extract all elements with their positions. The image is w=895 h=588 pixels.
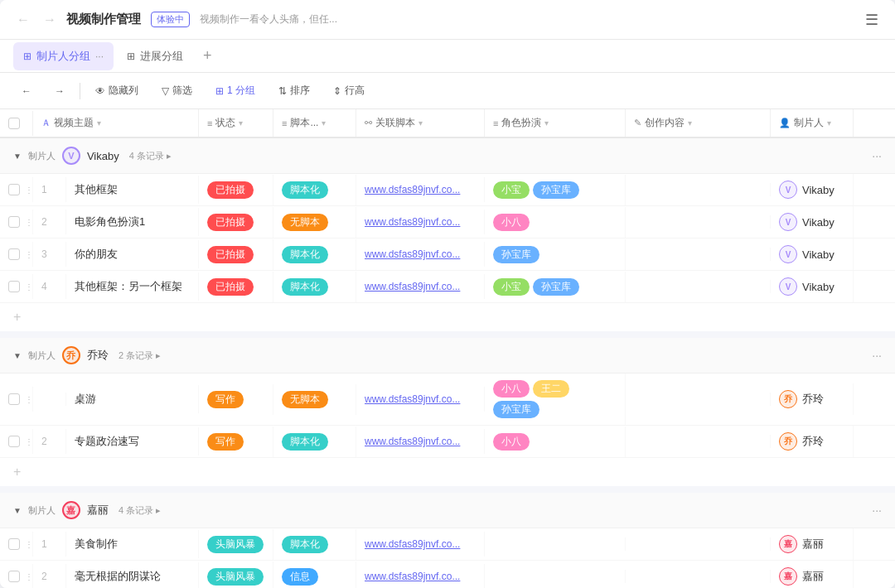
row-status[interactable]: 写作 [199, 427, 273, 457]
row-title[interactable]: 你的朋友 [66, 240, 199, 268]
filter-button[interactable]: ▽ 筛选 [153, 80, 201, 101]
row-title[interactable]: 其他框架 [66, 176, 199, 204]
status-badge[interactable]: 写作 [207, 433, 244, 451]
row-content[interactable] [626, 570, 771, 583]
row-script[interactable]: 脚本化 [273, 529, 356, 560]
th-creator-sort[interactable]: ▾ [827, 118, 831, 128]
row-link[interactable]: www.dsfas89jnvf.co... [356, 242, 485, 267]
group-add-vikaby[interactable]: ··· [872, 149, 882, 162]
add-tab-button[interactable]: + [196, 42, 219, 70]
row-expand-icon[interactable]: ⋮ [25, 282, 33, 292]
script-badge[interactable]: 脚本化 [282, 536, 328, 553]
row-link[interactable]: www.dsfas89jnvf.co... [356, 564, 485, 588]
row-title[interactable]: 桌游 [66, 385, 199, 413]
nav-forward[interactable]: → [40, 9, 60, 31]
th-status-sort[interactable]: ▾ [239, 118, 243, 128]
tab-more-icon[interactable]: ··· [95, 51, 104, 62]
row-content[interactable] [626, 393, 771, 406]
row-status[interactable]: 头脑风暴 [199, 529, 273, 560]
group-header-qiaoling[interactable]: ▼ 制片人 乔 乔玲 2 条记录 ▸ ··· [0, 338, 895, 374]
row-script[interactable]: 脚本化 [273, 272, 356, 302]
row-check-0-0[interactable] [8, 184, 20, 195]
th-content-sort[interactable]: ▾ [688, 118, 692, 128]
th-role-sort[interactable]: ▾ [544, 118, 549, 128]
row-status[interactable]: 已拍摄 [199, 272, 273, 302]
script-badge[interactable]: 脚本化 [282, 433, 328, 451]
row-expand-icon[interactable]: ⋮ [25, 218, 33, 227]
row-checkbox[interactable]: ⋮ [0, 387, 33, 412]
row-check-0-1[interactable] [8, 216, 20, 228]
row-script[interactable]: 脚本化 [273, 239, 356, 270]
status-badge[interactable]: 已拍摄 [207, 214, 254, 231]
row-check-2-0[interactable] [8, 538, 20, 550]
row-link[interactable]: www.dsfas89jnvf.co... [356, 387, 485, 412]
group-button[interactable]: ⊞ 1 分组 [207, 80, 264, 101]
row-expand-icon[interactable]: ⋮ [25, 186, 33, 195]
row-content[interactable] [626, 183, 771, 196]
sort-button[interactable]: ⇅ 排序 [270, 80, 318, 101]
row-expand-icon[interactable]: ⋮ [25, 395, 33, 404]
row-status[interactable]: 写作 [199, 384, 273, 415]
row-status[interactable]: 已拍摄 [199, 207, 273, 238]
status-badge[interactable]: 已拍摄 [207, 246, 254, 263]
row-status[interactable]: 已拍摄 [199, 239, 273, 270]
row-expand-icon[interactable]: ⋮ [25, 572, 33, 581]
row-content[interactable] [626, 248, 771, 261]
row-check-2-1[interactable] [8, 571, 20, 582]
row-title[interactable]: 电影角色扮演1 [66, 208, 199, 236]
row-script[interactable]: 脚本化 [273, 427, 356, 457]
row-status[interactable]: 头脑风暴 [199, 561, 273, 589]
script-badge[interactable]: 信息 [282, 568, 318, 586]
row-content[interactable] [626, 435, 771, 448]
row-checkbox[interactable]: ⋮ [0, 210, 33, 234]
row-link[interactable]: www.dsfas89jnvf.co... [356, 177, 485, 202]
row-link[interactable]: www.dsfas89jnvf.co... [356, 274, 485, 299]
row-title[interactable]: 毫无根据的阴谋论 [66, 562, 199, 588]
group-header-jiali[interactable]: ▼ 制片人 嘉 嘉丽 4 条记录 ▸ ··· [0, 493, 895, 528]
th-link-sort[interactable]: ▾ [418, 118, 423, 128]
row-check-0-3[interactable] [8, 281, 20, 292]
row-checkbox[interactable]: ⋮ [0, 429, 33, 454]
row-checkbox[interactable]: ⋮ [0, 564, 33, 588]
row-content[interactable] [626, 280, 771, 293]
add-row-vikaby[interactable]: + [0, 303, 895, 331]
row-link[interactable]: www.dsfas89jnvf.co... [356, 210, 485, 234]
row-check-1-1[interactable] [8, 436, 20, 447]
hide-col-button[interactable]: 👁 隐藏列 [87, 80, 147, 101]
script-badge[interactable]: 脚本化 [282, 278, 328, 296]
group-add-qiaoling[interactable]: ··· [872, 349, 882, 362]
row-checkbox[interactable]: ⋮ [0, 274, 33, 299]
row-checkbox[interactable]: ⋮ [0, 242, 33, 267]
row-check-0-2[interactable] [8, 248, 20, 260]
back-button[interactable]: ← [13, 82, 40, 100]
status-badge[interactable]: 头脑风暴 [207, 536, 264, 553]
row-expand-icon[interactable]: ⋮ [25, 437, 33, 446]
th-script-sort[interactable]: ▾ [322, 118, 326, 128]
script-badge[interactable]: 无脚本 [282, 214, 328, 231]
row-script[interactable]: 无脚本 [273, 384, 356, 415]
add-row-qiaoling[interactable]: + [0, 458, 895, 486]
group-header-vikaby[interactable]: ▼ 制片人 V Vikaby 4 条记录 ▸ ··· [0, 138, 895, 174]
row-script[interactable]: 脚本化 [273, 175, 356, 205]
row-expand-icon[interactable]: ⋮ [25, 540, 33, 549]
row-script[interactable]: 信息 [273, 561, 356, 589]
row-content[interactable] [626, 537, 771, 551]
row-title[interactable]: 美食制作 [66, 530, 199, 558]
script-badge[interactable]: 脚本化 [282, 181, 328, 199]
header-checkbox[interactable] [8, 118, 20, 129]
row-content[interactable] [626, 215, 771, 229]
tab-group1[interactable]: ⊞ 制片人分组 ··· [13, 42, 114, 70]
row-expand-icon[interactable]: ⋮ [25, 250, 33, 259]
tab-group2[interactable]: ⊞ 进展分组 [117, 42, 193, 70]
th-title-sort[interactable]: ▾ [97, 118, 101, 128]
status-badge[interactable]: 已拍摄 [207, 181, 254, 199]
row-checkbox[interactable]: ⋮ [0, 177, 33, 202]
group-add-jiali[interactable]: ··· [872, 504, 882, 517]
row-script[interactable]: 无脚本 [273, 207, 356, 238]
table-container[interactable]: Ａ 视频主题 ▾ ≡ 状态 ▾ ≡ 脚本... ▾ ⚯ 关联脚本 ▾ ≡ 角色扮 [0, 109, 895, 588]
status-badge[interactable]: 写作 [207, 391, 244, 408]
row-check-1-0[interactable] [8, 393, 20, 405]
status-badge[interactable]: 已拍摄 [207, 278, 254, 296]
script-badge[interactable]: 脚本化 [282, 246, 328, 263]
row-link[interactable]: www.dsfas89jnvf.co... [356, 532, 485, 557]
